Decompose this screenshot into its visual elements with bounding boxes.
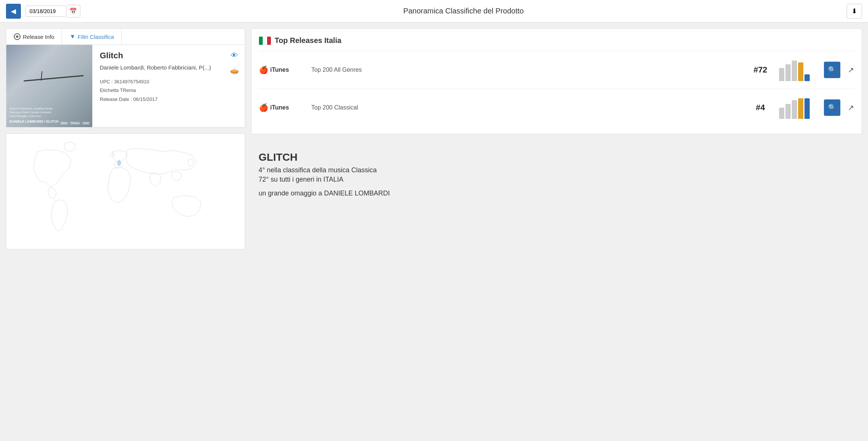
- chart-rank-1: #72: [749, 65, 772, 75]
- itunes-logo-1: 🍎 iTunes: [259, 65, 304, 74]
- right-panel: Top Releases Italia 🍎 iTunes Top 200 All…: [251, 28, 862, 435]
- upc-label: UPC :: [100, 79, 114, 84]
- release-meta: UPC : 3614976754910 Etichetta TRema Rele…: [100, 77, 237, 104]
- apple-icon: 🍎: [259, 65, 268, 74]
- bar-2-3: [792, 100, 797, 119]
- chart-row-1: 🍎 iTunes Top 200 All Genres #72 🔍 ↗: [259, 51, 854, 89]
- bar-1-3: [792, 61, 797, 81]
- top-releases-card: Top Releases Italia 🍎 iTunes Top 200 All…: [251, 28, 862, 134]
- download-button[interactable]: ⬇: [847, 4, 862, 19]
- bar-1-2: [785, 64, 791, 81]
- release-artist: Daniele Lombardi, Roberto Fabbriciani, P…: [100, 64, 237, 71]
- world-map: [17, 139, 234, 244]
- promo-card: GLITCH 4° nella classifica della musica …: [251, 140, 862, 209]
- promo-line-2: 72° su tutti i generi in ITALIA: [259, 176, 855, 184]
- page-title: Panoramica Classifiche del Prodotto: [80, 7, 847, 15]
- itunes-logo-inner: 🍎 iTunes: [259, 65, 289, 74]
- radio-icon: [14, 33, 21, 40]
- itunes-logo-2: 🍎 iTunes: [259, 103, 304, 112]
- bar-1-1: [779, 68, 784, 81]
- map-card: [6, 133, 245, 249]
- etichetta-label: Etichetta: [100, 87, 120, 93]
- trema-logo: TRema: [69, 121, 80, 125]
- chart-row-2: 🍎 iTunes Top 200 Classical #4 🔍 ↗: [259, 89, 854, 126]
- bar-1-5: [804, 74, 810, 81]
- top-releases-header: Top Releases Italia: [259, 36, 854, 45]
- release-title: Glitch: [100, 51, 237, 61]
- release-info: Glitch Daniele Lombardi, Roberto Fabbric…: [92, 45, 245, 127]
- upc-line: UPC : 3614976754910: [100, 77, 237, 86]
- bar-1-4: [798, 62, 803, 81]
- top-releases-title: Top Releases Italia: [275, 36, 342, 45]
- promo-line-1: 4° nella classifica della musica Classic…: [259, 166, 855, 174]
- back-button[interactable]: ◀: [6, 4, 21, 19]
- pie-chart-icon[interactable]: 🥧: [228, 64, 240, 76]
- bar-2-5: [804, 98, 810, 119]
- promo-subtitle: un grande omaggio a DANIELE LOMBARDI: [259, 189, 855, 197]
- album-art-text: Roberto Fabbriciani, Jonathan Faralli,Fr…: [9, 107, 59, 124]
- tab-filtri-classifica[interactable]: ▼ Filtri Classifica: [62, 29, 122, 44]
- share-button-1[interactable]: ↗: [848, 65, 854, 74]
- flag-red: [267, 37, 271, 45]
- chart-name-2: Top 200 Classical: [311, 104, 742, 111]
- release-date-value: 06/15/2017: [133, 96, 158, 102]
- chart-bars-1: [779, 59, 816, 81]
- chart-rank-2: #4: [749, 103, 772, 112]
- album-credits: Roberto Fabbriciani, Jonathan Faralli,Fr…: [9, 107, 59, 118]
- apple-icon-2: 🍎: [259, 103, 268, 112]
- main-content: Release Info ▼ Filtri Classifica Roberto…: [0, 22, 868, 441]
- release-date-label: Release Date :: [100, 96, 133, 102]
- upc-value: 3614976754910: [114, 79, 149, 84]
- chart-bars-2: [779, 96, 816, 119]
- left-panel: Release Info ▼ Filtri Classifica Roberto…: [6, 28, 245, 435]
- release-card: Roberto Fabbriciani, Jonathan Faralli,Fr…: [6, 45, 245, 127]
- eye-icon[interactable]: 👁: [228, 49, 240, 61]
- tab-release-info-label: Release Info: [23, 34, 54, 40]
- album-logos: EMA TRema SIAE: [60, 121, 90, 125]
- etichetta-line: Etichetta TRema: [100, 86, 237, 95]
- itunes-text: iTunes: [270, 67, 289, 73]
- header: ◀ 📅 Panoramica Classifiche del Prodotto …: [0, 0, 868, 22]
- flag-green: [259, 37, 263, 45]
- itunes-text-2: iTunes: [270, 104, 289, 111]
- bar-2-1: [779, 108, 784, 119]
- zoom-button-2[interactable]: 🔍: [824, 99, 840, 116]
- italy-flag: [259, 37, 271, 45]
- card-actions: 👁 🥧: [228, 49, 240, 76]
- share-button-2[interactable]: ↗: [848, 103, 854, 112]
- tab-release-info[interactable]: Release Info: [6, 29, 62, 44]
- bar-2-2: [785, 104, 791, 119]
- date-input[interactable]: [25, 6, 67, 17]
- chart-name-1: Top 200 All Genres: [311, 67, 742, 73]
- siae-logo: SIAE: [82, 121, 90, 125]
- flag-white: [263, 37, 267, 45]
- tabs-bar: Release Info ▼ Filtri Classifica: [6, 28, 245, 45]
- bar-2-4: [798, 98, 803, 119]
- filter-icon: ▼: [69, 33, 75, 40]
- etichetta-value: TRema: [120, 87, 136, 93]
- calendar-button[interactable]: 📅: [67, 5, 80, 18]
- itunes-logo-inner-2: 🍎 iTunes: [259, 103, 289, 112]
- tab-filtri-label: Filtri Classifica: [78, 34, 114, 40]
- promo-title: GLITCH: [259, 151, 855, 163]
- zoom-button-1[interactable]: 🔍: [824, 62, 840, 78]
- album-title-text: DANIELE LOMBARDI / GLITCH: [9, 119, 59, 124]
- ema-logo: EMA: [60, 121, 68, 125]
- album-art: Roberto Fabbriciani, Jonathan Faralli,Fr…: [6, 45, 92, 127]
- release-date-line: Release Date : 06/15/2017: [100, 95, 237, 104]
